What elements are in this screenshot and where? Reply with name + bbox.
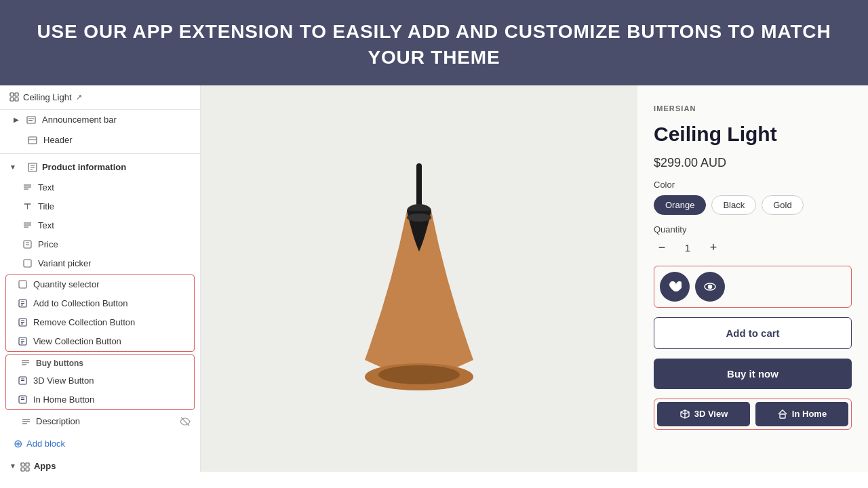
add-collection-label: Add to Collection Button [33, 298, 127, 308]
quantity-increase-button[interactable]: + [705, 240, 722, 256]
in-home-button[interactable]: In Home [755, 402, 848, 426]
chevron-down-icon: ▼ [9, 163, 16, 171]
sidebar-item-title[interactable]: Title [0, 197, 200, 216]
sidebar-item-text-2[interactable]: Text [0, 216, 200, 235]
svg-rect-49 [21, 463, 24, 466]
3d-view-button-icon [679, 409, 690, 420]
svg-rect-7 [28, 137, 37, 144]
svg-rect-51 [21, 468, 24, 471]
product-brand: IMERSIAN [654, 104, 852, 113]
sidebar-item-variant-picker[interactable]: Variant picker [0, 254, 200, 273]
external-link-icon: ↗ [76, 93, 82, 102]
svg-rect-50 [26, 463, 29, 466]
svg-rect-52 [26, 468, 29, 471]
svg-rect-61 [780, 414, 785, 418]
product-lamp-image [344, 163, 494, 394]
quantity-decrease-button[interactable]: − [654, 240, 670, 256]
sidebar-item-add-collection[interactable]: Add to Collection Button [6, 294, 194, 313]
description-icon [22, 416, 31, 426]
svg-rect-3 [15, 98, 18, 101]
color-options: Orange Black Gold [654, 195, 852, 215]
buy-buttons-red-group: Buy buttons 3D View Button In Home Butto… [5, 354, 195, 410]
announcement-bar-label: Announcement bar [42, 115, 117, 125]
header-label: Header [43, 135, 73, 145]
product-price: $299.00 AUD [654, 156, 852, 170]
buy-buttons-label: Buy buttons [36, 359, 83, 368]
view-collection-label: View Collection Button [33, 336, 121, 346]
add-to-cart-button[interactable]: Add to cart [654, 317, 852, 349]
sidebar-item-price[interactable]: Price [0, 235, 200, 254]
quantity-value: 1 [681, 242, 694, 253]
svg-rect-1 [15, 93, 18, 96]
add-block-icon: ⊕ [14, 437, 22, 450]
price-icon [22, 239, 33, 250]
3d-view-icon [17, 375, 28, 386]
sidebar-page-title[interactable]: Ceiling Light ↗ [0, 85, 200, 110]
apps-label: Apps [34, 461, 56, 471]
sidebar-item-in-home[interactable]: In Home Button [6, 390, 194, 409]
sidebar: Ceiling Light ↗ ▶ Announcement bar Heade… [0, 85, 201, 472]
in-home-button-icon [777, 409, 788, 420]
buy-buttons-icon [20, 358, 31, 369]
svg-rect-53 [416, 163, 422, 211]
text-icon-1 [22, 182, 33, 193]
text-icon-2 [22, 220, 33, 231]
view-collection-button[interactable] [695, 272, 725, 302]
in-home-button-label: In Home [792, 409, 827, 419]
sidebar-item-view-collection[interactable]: View Collection Button [6, 332, 194, 351]
buy-buttons-group-label[interactable]: Buy buttons [6, 355, 194, 371]
remove-collection-icon [17, 317, 28, 328]
product-image-area [201, 85, 637, 472]
sidebar-item-3d-view[interactable]: 3D View Button [6, 371, 194, 390]
color-orange-button[interactable]: Orange [654, 195, 706, 215]
buy-now-label: Buy it now [727, 368, 778, 380]
quantity-selector-icon [17, 279, 28, 290]
product-info-label: Product information [42, 162, 126, 172]
svg-rect-0 [10, 93, 14, 96]
hide-icon[interactable] [180, 416, 191, 428]
sidebar-item-remove-collection[interactable]: Remove Collection Button [6, 313, 194, 332]
view-collection-icon [17, 336, 28, 347]
collection-button-row [654, 266, 852, 308]
sidebar-item-quantity-selector[interactable]: Quantity selector [6, 275, 194, 294]
remove-collection-label: Remove Collection Button [33, 317, 135, 327]
color-black-button[interactable]: Black [711, 195, 756, 215]
color-label: Color [654, 180, 852, 190]
product-details: IMERSIAN Ceiling Light $299.00 AUD Color… [637, 85, 868, 472]
banner-text: USE OUR APP EXTENSION TO EASILY ADD AND … [37, 21, 831, 68]
sidebar-add-block[interactable]: ⊕ Add block [0, 432, 200, 455]
3d-view-label: 3D View Button [33, 375, 94, 386]
3d-view-button[interactable]: 3D View [657, 402, 750, 426]
svg-rect-2 [10, 98, 14, 101]
product-title: Ceiling Light [654, 122, 852, 146]
page-title-label: Ceiling Light [23, 92, 72, 102]
sidebar-item-announcement-bar[interactable]: ▶ Announcement bar [0, 110, 200, 130]
add-to-cart-label: Add to cart [726, 327, 779, 339]
collection-red-group: Quantity selector Add to Collection Butt… [5, 274, 195, 352]
sidebar-item-text-1[interactable]: Text [0, 178, 200, 197]
quantity-label: Quantity [654, 224, 852, 235]
quantity-section: Quantity − 1 + [654, 224, 852, 256]
sidebar-apps[interactable]: ▼ Apps [0, 455, 200, 471]
preview-area: IMERSIAN Ceiling Light $299.00 AUD Color… [201, 85, 868, 472]
title-label: Title [38, 201, 54, 211]
3d-view-button-label: 3D View [694, 409, 728, 419]
color-gold-button[interactable]: Gold [762, 195, 803, 215]
buy-now-button[interactable]: Buy it now [654, 359, 852, 389]
add-to-wishlist-button[interactable] [660, 272, 690, 302]
svg-point-59 [709, 285, 712, 288]
sidebar-grid-icon [9, 92, 19, 102]
main-layout: Ceiling Light ↗ ▶ Announcement bar Heade… [0, 85, 868, 472]
add-block-label: Add block [26, 439, 65, 449]
variant-picker-label: Variant picker [38, 258, 92, 268]
text-1-label: Text [38, 182, 54, 192]
svg-point-56 [378, 365, 460, 384]
description-label: Description [36, 416, 80, 426]
svg-rect-22 [24, 260, 31, 267]
sidebar-section-product-info[interactable]: ▼ Product information [0, 157, 200, 178]
sidebar-item-description[interactable]: Description [0, 411, 200, 432]
header-icon [27, 135, 38, 146]
expand-icon: ▶ [14, 116, 19, 123]
sidebar-item-header[interactable]: Header [0, 130, 200, 150]
variant-picker-icon [22, 258, 33, 269]
